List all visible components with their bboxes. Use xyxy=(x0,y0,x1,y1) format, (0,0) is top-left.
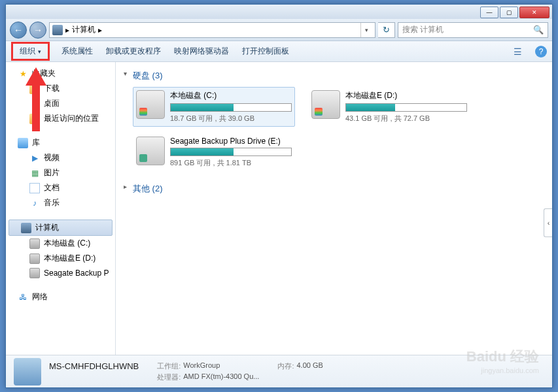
computer-icon xyxy=(21,223,31,233)
status-bar: MS-CMHFDHGLHWNB 工作组:WorkGroup 处理器:AMD FX… xyxy=(6,355,552,387)
sidebar-computer[interactable]: 计算机 xyxy=(9,220,113,236)
status-workgroup-label: 工作组: xyxy=(157,361,181,371)
drive-usage-bar xyxy=(345,103,467,112)
sidebar-network[interactable]: 🖧网络 xyxy=(6,289,115,304)
sidebar-item-documents[interactable]: 文档 xyxy=(6,180,115,195)
desktop-icon: ▣ xyxy=(29,99,40,109)
sidebar-item-recent[interactable]: 最近访问的位置 xyxy=(6,111,115,126)
refresh-button[interactable]: ↻ xyxy=(378,22,395,38)
path-arrow-icon: ▸ xyxy=(65,25,69,35)
sidebar-item-pictures[interactable]: ▦图片 xyxy=(6,165,115,180)
toolbar-map-drive[interactable]: 映射网络驱动器 xyxy=(173,43,230,59)
toolbar-control-panel[interactable]: 打开控制面板 xyxy=(241,43,290,59)
status-memory-label: 内存: xyxy=(277,361,294,371)
computer-icon xyxy=(52,25,63,35)
library-icon xyxy=(18,138,28,148)
drive-stat: 43.1 GB 可用 , 共 72.7 GB xyxy=(345,114,467,123)
sidebar-favorites[interactable]: ★收藏夹 xyxy=(6,66,115,81)
explorer-window: — ▢ ✕ ← → ▸ 计算机 ▸ ▾ ↻ 搜索 计算机 🔍 组织 ▾ 系统属性… xyxy=(5,4,553,388)
sidebar: ★收藏夹 下载 ▣桌面 最近访问的位置 库 ▶视频 ▦图片 文档 ♪音乐 计算机… xyxy=(6,62,116,355)
status-cpu-label: 处理器: xyxy=(157,372,181,382)
drive-e[interactable]: Seagate Backup Plus Drive (E:) 891 GB 可用… xyxy=(133,133,295,171)
status-workgroup: WorkGroup xyxy=(183,361,220,371)
drive-icon xyxy=(29,238,40,249)
section-hard-disks[interactable]: 硬盘 (3) xyxy=(124,67,544,87)
drive-usage-bar xyxy=(170,103,292,112)
section-other[interactable]: 其他 (2) xyxy=(124,180,544,200)
drive-c[interactable]: 本地磁盘 (C:) 18.7 GB 可用 , 共 39.0 GB xyxy=(133,87,295,127)
drive-icon xyxy=(311,90,340,119)
back-button[interactable]: ← xyxy=(10,22,27,39)
drive-icon xyxy=(29,268,40,278)
status-cpu: AMD FX(tm)-4300 Qu... xyxy=(183,372,259,382)
drive-icon xyxy=(136,137,165,165)
close-button[interactable]: ✕ xyxy=(519,7,549,18)
titlebar: — ▢ ✕ xyxy=(6,5,552,19)
toolbar-uninstall[interactable]: 卸载或更改程序 xyxy=(105,43,162,59)
video-icon: ▶ xyxy=(29,153,40,163)
drive-name: Seagate Backup Plus Drive (E:) xyxy=(170,137,292,146)
drives-list: 本地磁盘 (C:) 18.7 GB 可用 , 共 39.0 GB 本地磁盘E (… xyxy=(124,87,544,180)
sidebar-item-desktop[interactable]: ▣桌面 xyxy=(6,96,115,111)
search-icon: 🔍 xyxy=(533,25,544,35)
forward-button[interactable]: → xyxy=(29,22,46,39)
sidebar-libraries[interactable]: 库 xyxy=(6,135,115,150)
chevron-down-icon: ▾ xyxy=(38,48,41,55)
toolbar: 组织 ▾ 系统属性 卸载或更改程序 映射网络驱动器 打开控制面板 ☰ ? xyxy=(6,41,552,62)
drive-usage-bar xyxy=(170,148,292,156)
address-path: 计算机 xyxy=(72,24,96,35)
status-computer-name: MS-CMHFDHGLHWNB xyxy=(49,361,139,371)
sidebar-item-downloads[interactable]: 下载 xyxy=(6,81,115,96)
content-pane: 硬盘 (3) 本地磁盘 (C:) 18.7 GB 可用 , 共 39.0 GB … xyxy=(116,62,552,355)
drive-stat: 18.7 GB 可用 , 共 39.0 GB xyxy=(170,114,292,123)
navigation-bar: ← → ▸ 计算机 ▸ ▾ ↻ 搜索 计算机 🔍 xyxy=(6,19,552,41)
sidebar-item-drive-c[interactable]: 本地磁盘 (C:) xyxy=(6,236,115,251)
address-dropdown[interactable]: ▾ xyxy=(360,23,372,37)
drive-icon xyxy=(136,90,165,119)
help-icon[interactable]: ? xyxy=(535,46,547,57)
computer-large-icon xyxy=(14,358,41,385)
sidebar-item-videos[interactable]: ▶视频 xyxy=(6,150,115,165)
sidebar-item-drive-d[interactable]: 本地磁盘E (D:) xyxy=(6,251,115,266)
music-icon: ♪ xyxy=(29,198,40,208)
toolbar-system-properties[interactable]: 系统属性 xyxy=(60,43,94,59)
body: ★收藏夹 下载 ▣桌面 最近访问的位置 库 ▶视频 ▦图片 文档 ♪音乐 计算机… xyxy=(6,62,552,355)
folder-icon xyxy=(29,84,40,94)
maximize-button[interactable]: ▢ xyxy=(500,7,518,18)
path-arrow-icon: ▸ xyxy=(98,25,102,35)
sidebar-item-drive-e[interactable]: Seagate Backup P xyxy=(6,266,115,280)
organize-button[interactable]: 组织 ▾ xyxy=(11,42,50,61)
drive-icon xyxy=(29,253,40,264)
status-memory: 4.00 GB xyxy=(296,361,323,371)
star-icon: ★ xyxy=(18,69,28,79)
search-placeholder: 搜索 计算机 xyxy=(402,24,444,35)
network-icon: 🖧 xyxy=(18,292,28,302)
picture-icon: ▦ xyxy=(29,168,40,178)
search-box[interactable]: 搜索 计算机 🔍 xyxy=(398,22,548,38)
drive-d[interactable]: 本地磁盘E (D:) 43.1 GB 可用 , 共 72.7 GB xyxy=(308,87,470,127)
drive-name: 本地磁盘 (C:) xyxy=(170,90,292,101)
preview-pane-toggle[interactable]: ‹ xyxy=(544,208,552,237)
folder-icon xyxy=(29,114,40,124)
drive-stat: 891 GB 可用 , 共 1.81 TB xyxy=(170,158,292,168)
address-bar[interactable]: ▸ 计算机 ▸ ▾ xyxy=(49,22,375,38)
drive-name: 本地磁盘E (D:) xyxy=(345,90,467,101)
minimize-button[interactable]: — xyxy=(480,7,498,18)
sidebar-item-music[interactable]: ♪音乐 xyxy=(6,195,115,210)
document-icon xyxy=(29,183,40,193)
view-options-icon[interactable]: ☰ xyxy=(510,44,525,59)
